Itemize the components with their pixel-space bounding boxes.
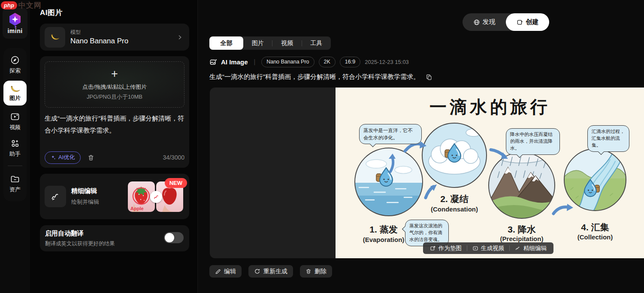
create-icon: [517, 19, 523, 26]
speech-bubble-collection: 汇滴水的过程，汇集水航的流集。: [587, 125, 629, 152]
generate-video-label: 生成视频: [481, 245, 504, 252]
discover-label: 发现: [483, 18, 496, 26]
nav-rail: imini✦ 探索 图片: [0, 0, 30, 293]
panel-title: AI图片: [40, 8, 63, 18]
use-as-base-button[interactable]: 作为垫图: [425, 242, 467, 254]
tab-tools[interactable]: 工具: [302, 39, 331, 47]
upload-hint: 点击/拖拽/粘贴以上传图片: [82, 83, 147, 91]
tab-images[interactable]: 图片: [243, 39, 272, 47]
generate-video-icon: [472, 245, 478, 251]
imini-hexagon-icon: [8, 12, 22, 27]
result-card[interactable]: 一滴水的旅行 蒸发中是一直洋，它不会生水的净化。 降水中的水压而凝结的雨水，并出…: [210, 88, 644, 258]
model-selector[interactable]: 模型 Nano Banana Pro: [40, 24, 189, 51]
result-prompt-text: 生成“一滴水的旅行”科普插画，步骤分解清晰，符合小学科学课教学需求。: [209, 73, 420, 81]
speech-bubble-precipitation: 降水中的水压而凝结的雨水，并出清流降水。: [506, 128, 560, 155]
fine-edit-meta: 精细编辑 绘制并编辑: [71, 187, 99, 206]
upload-dropzone[interactable]: + 点击/拖拽/粘贴以上传图片 JPG/PNG且小于10MB: [45, 61, 184, 108]
globe-icon: [473, 19, 480, 26]
sidebar-item-explore[interactable]: 探索: [9, 51, 21, 78]
fine-edit-icon-tile: [45, 186, 66, 207]
create-label: 创建: [526, 18, 539, 26]
sidebar-item-label: 助手: [9, 150, 21, 158]
sidebar-item-video[interactable]: 视频: [9, 108, 21, 135]
char-counter: 34/3000: [163, 154, 184, 161]
model-label: 模型: [70, 29, 176, 36]
auto-translate-toggle[interactable]: [164, 232, 184, 243]
speech-bubble-evaporation: 蒸发中是一直洋，它不会生水的净化。: [359, 124, 422, 144]
tab-all[interactable]: 全部: [209, 36, 243, 50]
prompt-card: + 点击/拖拽/粘贴以上传图片 JPG/PNG且小于10MB 生成“一滴水的旅行…: [40, 56, 189, 168]
step-1-en: (Evaporation): [363, 236, 405, 243]
generate-video-button[interactable]: 生成视频: [467, 242, 509, 254]
step-2-label: 2. 凝结: [440, 193, 468, 205]
refresh-icon: [254, 268, 260, 275]
edit-label: 编辑: [224, 268, 236, 275]
sidebar-item-image-active[interactable]: 图片: [3, 81, 27, 106]
sidebar-item-label: 图片: [9, 94, 21, 102]
sidebar-item-assistant[interactable]: 助手: [9, 135, 21, 161]
create-button[interactable]: 创建: [506, 13, 549, 31]
fine-edit-button[interactable]: 精细编辑: [510, 242, 552, 254]
resolution-badge: 2K: [319, 57, 336, 67]
brand-plus-icon: ✦: [14, 25, 18, 29]
fine-edit-subtitle: 绘制并编辑: [71, 198, 99, 206]
app-window: php 中文网 imini✦ 探索: [0, 0, 644, 293]
result-meta-row: AI Image | Nano Banana Pro 2K 16:9 2025-…: [209, 56, 409, 67]
upload-constraint: JPG/PNG且小于10MB: [87, 93, 142, 101]
clear-prompt-button[interactable]: [88, 154, 94, 161]
result-actions: 编辑 重新生成 删除: [209, 265, 332, 278]
step-1-label: 1. 蒸发: [369, 224, 397, 236]
ratio-badge: 16:9: [340, 57, 360, 67]
banana-icon: [50, 33, 60, 42]
watermark-text: 中文网: [18, 0, 42, 10]
delete-button[interactable]: 删除: [300, 265, 332, 278]
step-4-label: 4. 汇集: [581, 221, 609, 233]
regenerate-button[interactable]: 重新生成: [248, 265, 293, 278]
fine-edit-title: 精细编辑: [71, 187, 99, 195]
discover-button[interactable]: 发现: [463, 13, 506, 31]
php-logo: php: [1, 1, 17, 9]
chevron-right-icon[interactable]: [176, 34, 183, 41]
fine-edit-mini-icon: [150, 191, 162, 203]
result-type-label: AI Image: [221, 58, 248, 66]
brand-name: imini✦: [7, 27, 22, 34]
sidebar-item-assets[interactable]: 资产: [9, 170, 21, 197]
image-overlay-toolbar: 作为垫图 生成视频 精细编辑: [423, 242, 553, 254]
banana-icon: [9, 85, 21, 94]
model-name: Nano Banana Pro: [70, 37, 176, 45]
model-meta: 模型 Nano Banana Pro: [70, 29, 176, 45]
step-2-en: (Condensation): [431, 205, 478, 213]
site-watermark: php 中文网: [1, 0, 42, 10]
prompt-input[interactable]: 生成“一滴水的旅行”科普插画，步骤分解清晰，符合小学科学课教学需求。: [45, 112, 184, 136]
use-as-base-label: 作为垫图: [438, 245, 462, 252]
ai-optimize-button[interactable]: AI优化: [45, 151, 81, 164]
fine-edit-entry[interactable]: 精细编辑 绘制并编辑 Apple: [40, 174, 189, 219]
toggle-knob: [165, 233, 174, 242]
explore-icon: [10, 55, 20, 65]
result-type: AI Image: [209, 58, 248, 66]
sidebar-nav: 探索 图片 视频: [3, 48, 27, 201]
filter-tabs: 全部 图片 视频 工具: [209, 36, 331, 50]
fine-edit-label: 精细编辑: [523, 245, 547, 252]
mode-switch: 发现 创建: [463, 13, 549, 31]
brand-logo[interactable]: imini✦: [3, 8, 27, 39]
video-plus-icon: [10, 112, 20, 122]
copy-prompt-button[interactable]: [426, 74, 432, 81]
timestamp: 2025-12-23 15:03: [365, 59, 409, 65]
meta-separator: |: [254, 58, 256, 65]
ai-optimize-label: AI优化: [58, 154, 75, 161]
tab-videos[interactable]: 视频: [272, 39, 301, 47]
thumbnail-label: Apple: [130, 206, 144, 211]
copy-icon: [426, 74, 432, 81]
model-badge: Nano Banana Pro: [261, 57, 314, 67]
scribble-icon: [515, 245, 521, 251]
folder-icon: [10, 174, 20, 184]
edit-button[interactable]: 编辑: [209, 265, 242, 278]
use-as-base-icon: [430, 245, 436, 251]
step-3-en: (Precipitation): [500, 235, 544, 242]
plus-icon: +: [111, 68, 118, 80]
step-4-en: (Collection): [577, 233, 613, 241]
scribble-icon: [50, 191, 60, 202]
generated-image[interactable]: 一滴水的旅行 蒸发中是一直洋，它不会生水的净化。 降水中的水压而凝结的雨水，并出…: [336, 88, 644, 258]
step-3-label: 3. 降水: [508, 224, 535, 236]
